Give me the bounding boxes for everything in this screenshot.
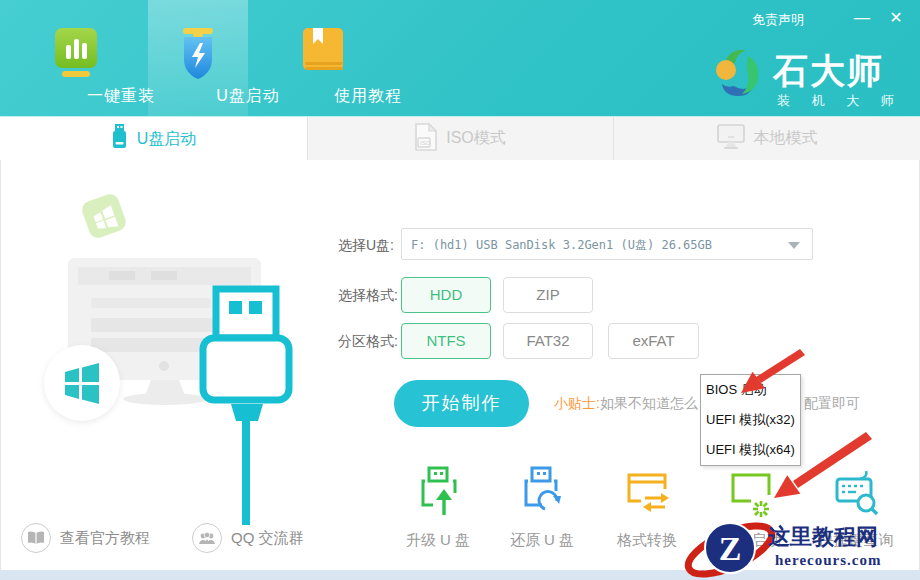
tab-local-mode[interactable]: 本地模式 xyxy=(613,117,920,161)
tab-label: 本地模式 xyxy=(754,128,818,149)
iso-file-icon: ISO xyxy=(415,123,437,155)
usb-select-dropdown[interactable]: F: (hd1) USB SanDisk 3.2Gen1 (U盘) 26.65G… xyxy=(401,228,813,260)
partition-label: 分区格式: xyxy=(338,333,398,351)
monitor-icon xyxy=(717,124,745,154)
usb-upgrade-icon xyxy=(413,505,463,522)
disclaimer-link[interactable]: 免责声明 xyxy=(752,11,804,29)
format-option-hdd[interactable]: HDD xyxy=(401,277,491,313)
partition-option-fat32[interactable]: FAT32 xyxy=(503,323,593,359)
format-convert-icon xyxy=(621,505,673,522)
tool-label: 升级 U 盘 xyxy=(390,531,486,550)
menu-item-bios-boot[interactable]: BIOS 启动 xyxy=(701,375,800,405)
reinstall-icon xyxy=(53,26,99,84)
tip-text-left: 小贴士:如果不知道怎么 xyxy=(554,395,698,413)
tool-label: 还原 U 盘 xyxy=(494,531,590,550)
tab-iso-mode[interactable]: ISO ISO模式 xyxy=(307,117,613,161)
watermark-title: 这里教程网 xyxy=(768,524,878,549)
usb-select-value: F: (hd1) USB SanDisk 3.2Gen1 (U盘) 26.65G… xyxy=(411,237,712,254)
tab-usb-boot[interactable]: U盘启动 xyxy=(0,117,307,161)
close-button[interactable]: ✕ xyxy=(884,6,908,30)
windows-tile-icon xyxy=(80,192,129,241)
brand-logo-icon xyxy=(712,44,768,106)
tip-body: 如果不知道怎么 xyxy=(600,395,698,411)
format-option-zip[interactable]: ZIP xyxy=(503,277,593,313)
official-tutorial-link[interactable]: 查看官方教程 xyxy=(21,523,150,553)
chevron-down-icon xyxy=(788,242,800,249)
usb-plug-illustration xyxy=(31,170,316,534)
header: 一键重装 U盘启动 使用教程 免责声明 — ✕ xyxy=(0,0,920,116)
book-icon xyxy=(21,523,51,553)
partition-option-exfat[interactable]: exFAT xyxy=(608,323,699,359)
tip-prefix: 小贴士: xyxy=(554,395,600,411)
tutorial-book-icon xyxy=(300,26,346,82)
tab-label: ISO模式 xyxy=(446,128,506,149)
nav-item-usb-boot[interactable]: U盘启动 xyxy=(148,0,248,116)
watermark-letter: Z xyxy=(719,530,742,567)
qq-group-link[interactable]: QQ 交流群 xyxy=(192,523,304,553)
iso-badge-text: ISO xyxy=(420,140,431,146)
tool-upgrade-usb[interactable]: 升级 U 盘 xyxy=(390,465,486,550)
mode-tabs: U盘启动 ISO ISO模式 本地模式 xyxy=(0,116,920,160)
usb-restore-icon xyxy=(517,505,567,522)
footer-link-label: 查看官方教程 xyxy=(60,529,150,548)
menu-item-uefi-x32[interactable]: UEFI 模拟(x32) xyxy=(701,405,800,435)
nav-label: 使用教程 xyxy=(323,86,413,107)
partition-option-ntfs[interactable]: NTFS xyxy=(401,323,491,359)
format-label: 选择格式: xyxy=(338,287,398,305)
brand-subtitle: 装 机 大 师 xyxy=(777,92,903,110)
site-watermark: Z 这里教程网 herecours.com xyxy=(680,510,920,580)
minimize-button[interactable]: — xyxy=(850,6,874,30)
group-icon xyxy=(192,523,222,553)
menu-item-uefi-x64[interactable]: UEFI 模拟(x64) xyxy=(701,435,800,465)
usb-select-label: 选择U盘: xyxy=(338,237,394,255)
watermark-domain: herecours.com xyxy=(775,552,881,568)
brand-name: 石大师 xyxy=(773,48,884,95)
footer-link-label: QQ 交流群 xyxy=(231,529,304,548)
tool-restore-usb[interactable]: 还原 U 盘 xyxy=(494,465,590,550)
start-make-button[interactable]: 开始制作 xyxy=(394,380,529,427)
usb-drive-icon xyxy=(111,124,128,154)
nav-item-tutorial[interactable]: 使用教程 xyxy=(278,0,368,116)
tip-text-right: 配置即可 xyxy=(804,395,860,413)
nav-item-reinstall[interactable]: 一键重装 xyxy=(31,0,121,116)
boot-mode-context-menu: BIOS 启动 UEFI 模拟(x32) UEFI 模拟(x64) xyxy=(700,374,801,466)
usb-boot-shield-icon xyxy=(174,26,222,86)
main-content: 选择U盘: F: (hd1) USB SanDisk 3.2Gen1 (U盘) … xyxy=(0,160,920,570)
tab-label: U盘启动 xyxy=(137,129,197,150)
